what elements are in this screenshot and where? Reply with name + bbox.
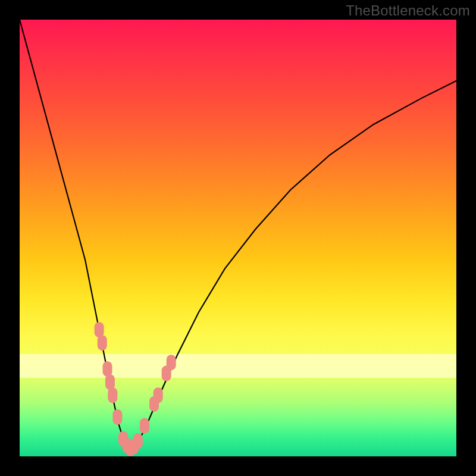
data-point-left-cluster-mid2 [105,374,115,390]
curve-layer [20,20,456,456]
data-point-left-cluster-upper [98,335,107,350]
data-point-left-cluster-mid3 [108,387,117,403]
data-point-right-cluster-low [140,418,149,434]
data-points-group [95,322,176,456]
data-point-right-cluster-top [167,355,176,370]
bottleneck-curve-path [20,20,456,450]
plot-area [20,20,456,456]
chart-frame: TheBottleneck.com [0,0,476,476]
data-point-left-cluster-low [112,409,122,425]
data-point-right-cluster-mid2 [154,387,163,403]
data-point-trough-e [133,433,143,449]
data-point-left-cluster-mid1 [103,361,112,377]
credit-label: TheBottleneck.com [346,2,470,19]
